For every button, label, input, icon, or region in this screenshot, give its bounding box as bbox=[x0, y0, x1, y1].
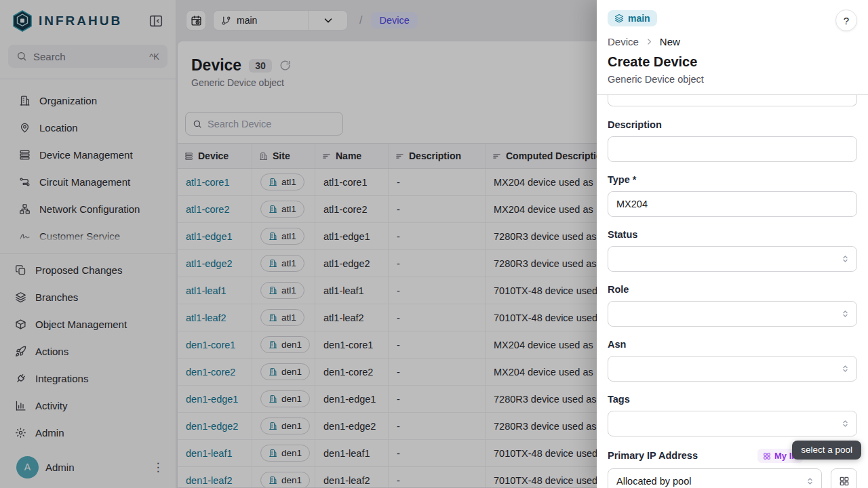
role-label: Role bbox=[608, 284, 857, 295]
type-field[interactable] bbox=[608, 191, 857, 217]
asn-select[interactable] bbox=[608, 356, 857, 382]
select-pool-button[interactable] bbox=[831, 468, 857, 488]
panel-title: Create Device bbox=[608, 54, 857, 70]
description-field[interactable] bbox=[608, 136, 857, 162]
chevron-right-icon bbox=[645, 37, 654, 46]
status-label: Status bbox=[608, 229, 857, 240]
select-pool-tooltip: select a pool bbox=[792, 441, 861, 460]
grid-pool-icon bbox=[839, 476, 850, 487]
layers-icon bbox=[614, 14, 624, 23]
description-label: Description bbox=[608, 119, 857, 130]
grid-pool-icon bbox=[763, 452, 771, 460]
chevrons-up-down-icon bbox=[840, 309, 850, 319]
panel-breadcrumb: Device New bbox=[608, 36, 857, 47]
asn-label: Asn bbox=[608, 339, 857, 350]
create-device-panel: main ? Device New Create Device Generic … bbox=[597, 0, 868, 488]
chevrons-up-down-icon bbox=[840, 364, 850, 374]
role-select[interactable] bbox=[608, 301, 857, 327]
status-select[interactable] bbox=[608, 246, 857, 272]
breadcrumb-current: New bbox=[660, 36, 680, 47]
help-button[interactable]: ? bbox=[835, 9, 857, 31]
create-device-form: Description Type * Status Role Asn Tags … bbox=[597, 95, 868, 488]
type-label: Type * bbox=[608, 174, 857, 185]
branch-badge: main bbox=[608, 10, 657, 26]
chevrons-up-down-icon bbox=[840, 419, 850, 429]
panel-header: main ? Device New Create Device Generic … bbox=[597, 0, 868, 95]
primary-ip-label: Primary IP Address bbox=[608, 450, 698, 461]
tags-select[interactable] bbox=[608, 411, 857, 436]
breadcrumb-parent[interactable]: Device bbox=[608, 36, 639, 47]
chevrons-up-down-icon bbox=[805, 476, 815, 487]
chevrons-up-down-icon bbox=[840, 254, 850, 264]
panel-subtitle: Generic Device object bbox=[608, 74, 857, 85]
primary-ip-select[interactable]: Allocated by pool bbox=[608, 468, 822, 488]
scrolled-field-partial[interactable] bbox=[608, 95, 857, 106]
tags-label: Tags bbox=[608, 394, 857, 405]
